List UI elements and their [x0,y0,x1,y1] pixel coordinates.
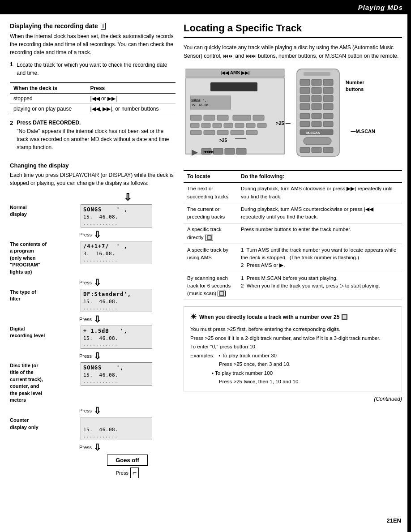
svg-rect-37 [300,87,310,94]
step2-text: "No Date" appears if the internal clock … [17,127,176,151]
right-border [407,0,411,532]
remote-svg: M.SCAN [295,67,344,161]
table-header-0: When the deck is [10,83,87,94]
locating-heading: Locating a Specific Track [184,22,402,38]
svg-rect-49 [300,121,310,127]
svg-rect-14 [213,123,222,128]
svg-rect-44 [312,103,321,110]
press-table: When the deck is Press stopped |◀◀ or ▶▶… [10,82,176,114]
svg-rect-33 [304,72,330,76]
svg-rect-23 [246,130,257,135]
press-arrow-4: Press ⇩ [79,351,176,361]
svg-rect-29 [225,148,235,154]
table-row: playing or on play pause |◀◀, ▶▶|, or nu… [10,104,176,114]
svg-rect-56 [312,147,321,153]
lcd-normal: SONGS ' , 15. 46.08. ...........□ □ □ □ [81,204,152,227]
svg-rect-34 [300,79,310,86]
deck-svg: |◀◀ AMS ▶▶| SONGS ', 15. 46.08. [184,67,291,161]
lcd-digital: + 1.5dB ', 15. 46.08. ...........□ □ □ □ [81,326,152,349]
initial-down-arrow: ⇩ [79,192,176,203]
svg-rect-11 [253,115,264,120]
lcd-program: /4+1+7/ ' , 3. 16.08. ...........□ □ □ □ [81,241,152,264]
tip-body: You must press >25 first, before enterin… [190,325,395,386]
step2-heading: Press DATE RECORDED. [17,120,176,126]
table-row: A specific track directly 🔲 Press number… [184,223,402,244]
press-arrow-2: Press ⇩ [79,277,176,288]
svg-text:|◀◀/▶▶|: |◀◀/▶▶| [203,150,214,154]
press-arrow-5: Press ⇩ [79,405,176,416]
svg-rect-15 [224,123,233,128]
svg-rect-55 [300,147,310,153]
svg-rect-7 [190,115,201,120]
svg-rect-51 [323,121,333,127]
svg-text:|◀◀ AMS ▶▶|: |◀◀ AMS ▶▶| [220,70,249,75]
locate-table: To locate Do the following: The next or … [184,170,402,300]
disp-row-digital: Digitalrecording level + 1.5dB ', 15. 46… [10,326,176,349]
svg-rect-10 [233,115,251,120]
goes-off-box: Goes off [107,455,148,466]
svg-text:SONGS     ',: SONGS ', [191,99,206,103]
gt25-label: >25 — [276,120,291,126]
table-row: stopped |◀◀ or ▶▶| [10,94,176,104]
changing-display-text: Each time you press DISPLAY/CHAR (or DIS… [10,171,176,187]
svg-rect-13 [201,123,210,128]
svg-rect-46 [300,113,310,119]
svg-rect-48 [323,113,333,119]
svg-rect-30 [236,148,246,154]
table-row: The next or succeeding tracks During pla… [184,182,402,203]
lcd-disc: SONGS ', 15. 46.08. ...........□ □ □ □ [81,362,152,386]
table-row: A specific track by using AMS 1 Turn AMS… [184,244,402,272]
step2-label: 2 [10,120,13,126]
step1-text: Locate the track for which you want to c… [17,61,176,77]
svg-rect-9 [217,115,228,120]
device-diagram: |◀◀ AMS ▶▶| SONGS ', 15. 46.08. [184,67,402,162]
display-date-heading: Displaying the recording date i [10,22,176,30]
page-number: 21EN [386,517,401,524]
tip-box: ☀ When you directly locate a track with … [184,306,402,391]
svg-rect-18 [257,123,266,128]
svg-text:>25: >25 [219,138,227,143]
continued-label: (Continued) [184,396,402,402]
step1-block: 1 Locate the track for which you want to… [10,61,176,80]
locate-col-header-0: To locate [184,171,237,182]
svg-rect-12 [190,123,199,128]
table-row: By scanning each track for 6 seconds (mu… [184,272,402,300]
svg-rect-19 [190,130,201,135]
svg-rect-57 [323,147,333,153]
disp-label-digital: Digitalrecording level [10,326,68,339]
svg-rect-28 [213,148,223,154]
number-buttons-label: Numberbuttons [346,79,381,92]
svg-rect-8 [204,115,215,120]
table-row: The current or preceding tracks During p… [184,203,402,223]
changing-display-section: Changing the display Each time you press… [10,162,176,478]
step2-block: 2 Press DATE RECORDED. "No Date" appears… [10,120,176,156]
disp-label-disc: Disc title (ortitle of thecurrent track)… [10,362,68,403]
svg-rect-42 [323,95,333,102]
lcd-filter: DF:Standard', 15. 46.08. ...........□ □ … [81,289,152,312]
display-date-text: When the internal clock has been set, th… [10,32,176,56]
svg-rect-40 [300,95,310,102]
svg-rect-54 [304,137,331,145]
svg-rect-45 [323,103,333,110]
svg-text:15. 46.08.: 15. 46.08. [191,103,210,107]
locating-intro: You can quickly locate any track while p… [184,43,402,60]
disp-row-filter: The type offilter DF:Standard', 15. 46.0… [10,289,176,312]
svg-rect-4 [190,96,231,109]
disp-row-disc: Disc title (ortitle of thecurrent track)… [10,362,176,403]
header-bar: Playing MDs [0,0,411,14]
svg-rect-35 [312,79,321,86]
lcd-counter: 15. 46.08. ...........□ □ □ □ [81,417,152,440]
svg-rect-39 [323,87,333,94]
tip-heading: ☀ When you directly locate a track with … [190,311,395,323]
left-column: Displaying the recording date i When the… [10,22,176,478]
press-arrow-6: Press ⇩ [79,442,176,453]
tip-icon: ☀ [190,311,197,323]
press-arrow-3: Press ⇩ [79,314,176,325]
mscan-label: —M.SCAN [351,129,375,134]
header-title: Playing MDs [358,4,403,11]
svg-rect-20 [204,130,215,135]
svg-rect-50 [312,121,321,127]
svg-rect-38 [312,87,321,94]
svg-rect-36 [323,79,333,86]
svg-rect-21 [217,130,228,135]
